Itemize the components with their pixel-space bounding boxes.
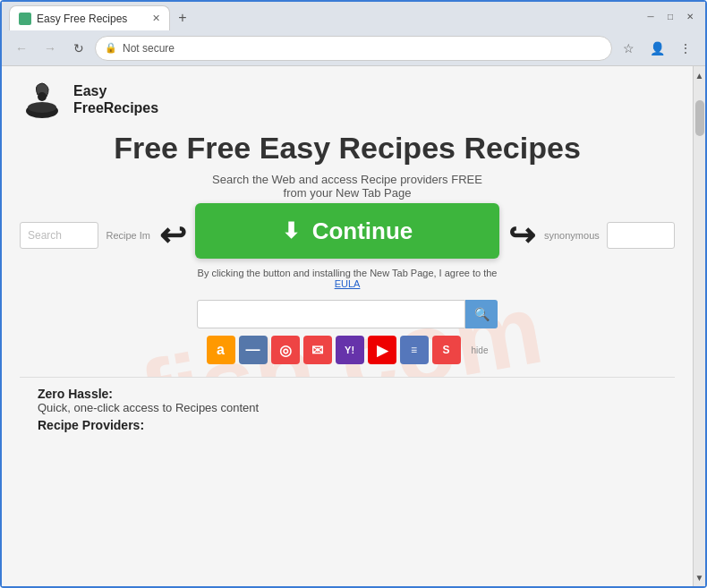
page-content: fish.com Easy FreeRecipes	[2, 66, 705, 586]
arrow-right-icon: ↪	[508, 217, 535, 254]
minimize-btn[interactable]: ─	[643, 8, 659, 24]
feature-2-title: Recipe Providers:	[38, 418, 657, 432]
url-bar[interactable]: 🔒 Not secure	[95, 36, 612, 61]
bookmark-7[interactable]: S	[432, 336, 461, 364]
page-main: fish.com Easy FreeRecipes	[2, 66, 693, 586]
lock-icon: 🔒	[105, 42, 117, 54]
svg-point-1	[28, 102, 56, 113]
scroll-down-btn[interactable]: ▼	[695, 570, 704, 584]
account-icon[interactable]: 👤	[644, 36, 669, 61]
bookmark-star-icon[interactable]: ☆	[616, 36, 641, 61]
forward-btn[interactable]: →	[38, 36, 63, 61]
scroll-thumb[interactable]	[695, 100, 704, 136]
scroll-up-btn[interactable]: ▲	[695, 68, 704, 82]
new-tab-btn[interactable]: +	[170, 5, 195, 30]
logo-text: Easy FreeRecipes	[73, 82, 158, 116]
tab-favicon	[19, 13, 31, 25]
menu-icon[interactable]: ⋮	[673, 36, 698, 61]
scrollbar: ▲ ▼	[693, 66, 705, 586]
address-bar: ← → ↻ 🔒 Not secure ☆ 👤 ⋮	[2, 30, 705, 66]
feature-1-desc: Quick, one-click access to Recipes conte…	[38, 401, 657, 414]
tab-title: Easy Free Recipes	[37, 13, 127, 25]
arrows-row: Search Recipe Im ↩ ⬇ Continue ↪	[20, 212, 675, 259]
bookmark-youtube[interactable]: ▶	[368, 336, 396, 364]
main-search-btn[interactable]: 🔍	[465, 300, 498, 328]
bookmark-amazon[interactable]: a	[207, 336, 235, 364]
eula-link[interactable]: EULA	[335, 278, 361, 289]
main-heading: Free Free Easy Recipes Recipes	[114, 131, 581, 166]
synonymous-label: synonymous	[544, 230, 600, 241]
search-icon: 🔍	[474, 307, 490, 321]
continue-btn-wrapper: ⬇ Continue	[195, 203, 499, 259]
search-input-fake: Search	[20, 222, 98, 249]
download-icon: ⬇	[282, 218, 300, 243]
bookmark-2[interactable]: —	[239, 336, 268, 364]
back-btn[interactable]: ←	[9, 36, 34, 61]
window-controls: ─ □ ✕	[643, 8, 698, 24]
maximize-btn[interactable]: □	[662, 8, 678, 24]
refresh-btn[interactable]: ↻	[66, 36, 91, 61]
close-btn[interactable]: ✕	[682, 8, 698, 24]
tab-area: Easy Free Recipes ✕ +	[9, 2, 635, 30]
bookmark-gmail[interactable]: ✉	[303, 336, 332, 364]
hide-label[interactable]: hide	[472, 345, 489, 355]
active-tab[interactable]: Easy Free Recipes ✕	[9, 5, 170, 30]
browser-window: Easy Free Recipes ✕ + ─ □ ✕ ← → ↻ 🔒 Not …	[0, 0, 707, 588]
bookmarks-row: a — ◎ ✉ Y! ▶ ≡ S hide	[207, 336, 489, 364]
logo-icon	[20, 77, 64, 122]
title-bar: Easy Free Recipes ✕ + ─ □ ✕	[2, 2, 705, 30]
main-search-bar: 🔍	[197, 300, 498, 328]
bookmark-target[interactable]: ◎	[271, 336, 300, 364]
bookmark-6[interactable]: ≡	[400, 336, 429, 364]
arrow-left-icon: ↩	[159, 217, 186, 254]
site-content: Easy FreeRecipes Free Free Easy Recipes …	[2, 66, 693, 443]
eula-text: By clicking the button and installing th…	[198, 268, 498, 289]
tab-close-btn[interactable]: ✕	[152, 13, 160, 24]
main-search-input[interactable]	[197, 300, 465, 328]
bottom-section: Zero Hassle: Quick, one-click access to …	[20, 377, 675, 432]
continue-button[interactable]: ⬇ Continue	[195, 203, 499, 259]
url-not-secure: Not secure	[123, 42, 175, 55]
continue-label: Continue	[312, 217, 413, 245]
recipe-label: Recipe Im	[106, 230, 150, 241]
bookmark-yahoo[interactable]: Y!	[336, 336, 364, 364]
sub-text: Search the Web and access Recipe provide…	[212, 173, 482, 200]
logo-area: Easy FreeRecipes	[20, 77, 158, 122]
search-input-fake-2	[607, 222, 675, 249]
svg-point-2	[38, 92, 47, 101]
feature-1-title: Zero Hassle:	[38, 387, 657, 401]
toolbar-icons: ☆ 👤 ⋮	[616, 36, 698, 61]
